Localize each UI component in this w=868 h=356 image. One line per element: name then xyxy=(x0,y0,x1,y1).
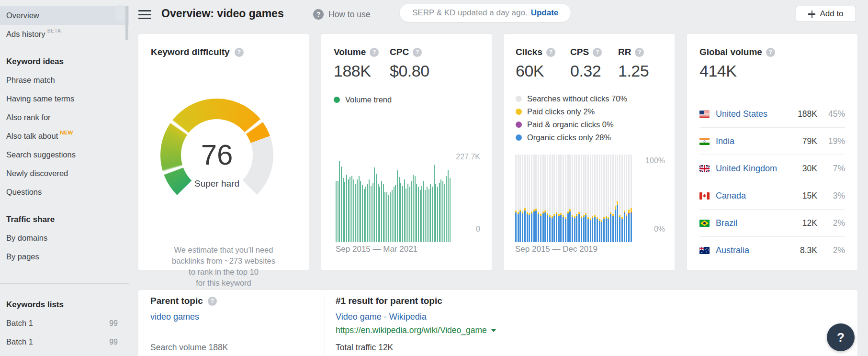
sidebar-item-traffic-share: Traffic share xyxy=(0,210,129,229)
clicks-segment-b xyxy=(606,218,607,242)
sidebar-item-questions[interactable]: Questions xyxy=(0,183,129,201)
update-button[interactable]: Update xyxy=(531,8,559,18)
volume-bar xyxy=(379,187,380,242)
url-dropdown-icon[interactable] xyxy=(491,329,496,332)
clicks-segment-b xyxy=(563,217,564,242)
help-tooltip-icon[interactable] xyxy=(635,48,644,57)
clicks-segment-b xyxy=(576,216,577,242)
help-tooltip-icon[interactable] xyxy=(235,48,244,57)
help-tooltip-icon[interactable] xyxy=(370,48,379,57)
sidebar-item-having-same-terms[interactable]: Having same terms xyxy=(0,89,129,108)
volume-bar xyxy=(439,183,440,242)
clicks-segment-b xyxy=(592,218,593,242)
clicks-bar xyxy=(519,155,521,242)
volume-bar xyxy=(369,179,370,242)
help-tooltip-icon[interactable] xyxy=(208,297,217,306)
sidebar-item-batch-1[interactable]: Batch 199 xyxy=(0,314,129,333)
clicks-bar xyxy=(597,155,598,242)
clicks-bar xyxy=(560,155,562,242)
sidebar-item-label: Keywords lists xyxy=(6,300,64,310)
help-button[interactable] xyxy=(827,323,855,351)
gauge-center: 76 Super hard xyxy=(160,99,273,211)
how-to-use[interactable]: How to use xyxy=(313,9,371,20)
parent-topic-keyword-link[interactable]: video games xyxy=(150,312,199,322)
clicks-segment-b xyxy=(619,217,620,242)
y-axis-max: 227.7K xyxy=(456,153,480,161)
sidebar-item-ads-history[interactable]: Ads historyBETA xyxy=(0,25,129,44)
sidebar-item-newly-discovered[interactable]: Newly discovered xyxy=(0,164,129,183)
clicks-bar xyxy=(556,155,557,242)
sidebar-item-phrase-match[interactable]: Phrase match xyxy=(0,71,129,89)
top-result-page-link[interactable]: Video game - Wikipedia xyxy=(336,312,427,322)
sidebar-scrollbar[interactable] xyxy=(125,6,128,40)
clicks-segment-b xyxy=(565,219,566,242)
add-to-button[interactable]: Add to xyxy=(796,6,856,22)
volume-bar xyxy=(430,184,431,242)
clicks-bar xyxy=(590,155,591,242)
clicks-bar xyxy=(535,155,537,242)
volume-bar xyxy=(339,161,340,242)
global-volume-title: Global volume xyxy=(699,47,775,57)
sidebar-item-also-rank-for[interactable]: Also rank for xyxy=(0,108,129,127)
clicks-bar xyxy=(538,155,539,242)
volume-trend-chart xyxy=(336,161,451,242)
clicks-bar xyxy=(549,155,551,242)
ca-flag-icon xyxy=(699,192,710,200)
page-title: Overview: video games xyxy=(161,7,284,20)
volume-bar xyxy=(411,181,412,242)
clicks-segment-b xyxy=(594,217,596,242)
sidebar-item-batch-1[interactable]: Batch 199 xyxy=(0,333,129,351)
clicks-bar xyxy=(529,155,530,242)
help-tooltip-icon[interactable] xyxy=(766,48,775,57)
country-share: 2% xyxy=(821,245,845,256)
clicks-bar xyxy=(606,155,607,242)
clicks-segment-b xyxy=(617,205,618,242)
clicks-segment-b xyxy=(615,210,616,242)
country-link[interactable]: Canada xyxy=(716,191,746,201)
sidebar-item-search-suggestions[interactable]: Search suggestions xyxy=(0,145,129,164)
difficulty-label: Super hard xyxy=(194,178,239,189)
help-tooltip-icon[interactable] xyxy=(413,48,422,57)
volume-bar xyxy=(378,184,379,242)
clicks-title: Clicks xyxy=(516,47,555,57)
country-link[interactable]: United Kingdom xyxy=(716,164,777,174)
clicks-bar xyxy=(524,155,526,242)
clicks-legend-row: Organic clicks only 28% xyxy=(516,133,611,142)
sidebar-item-also-talk-about[interactable]: Also talk aboutNEW xyxy=(0,127,129,145)
volume-bar xyxy=(388,195,389,242)
clicks-segment-b xyxy=(590,220,591,242)
volume-bar xyxy=(351,176,352,242)
sidebar-item-label: Questions xyxy=(6,188,42,197)
volume-bar xyxy=(392,190,393,242)
country-share: 2% xyxy=(821,218,845,228)
country-link[interactable]: India xyxy=(716,136,734,146)
country-row: Brazil12K2% xyxy=(699,210,845,237)
metric-label: Global volume xyxy=(699,47,762,57)
clicks-bar xyxy=(608,155,609,242)
clicks-segment-b xyxy=(610,214,611,242)
clicks-bar xyxy=(540,155,541,242)
sidebar-item-by-domains[interactable]: By domains xyxy=(0,229,129,247)
clicks-bar xyxy=(624,155,625,242)
country-link[interactable]: Brazil xyxy=(716,218,737,228)
top-result-url[interactable]: https://en.wikipedia.org/wiki/Video_game xyxy=(336,325,496,335)
metric-label: Clicks xyxy=(516,47,542,57)
volume-bar xyxy=(336,181,337,242)
volume-bar xyxy=(437,187,438,242)
menu-icon[interactable] xyxy=(138,10,151,19)
keyword-difficulty-title: Keyword difficulty xyxy=(151,47,244,57)
country-link[interactable]: Australia xyxy=(716,245,749,256)
country-link[interactable]: United States xyxy=(716,109,767,119)
clicks-bar xyxy=(547,155,548,242)
difficulty-description: We estimate that you’ll need backlinks f… xyxy=(138,245,309,289)
volume-bar xyxy=(357,179,358,242)
sidebar-item-label: Keyword ideas xyxy=(6,57,64,67)
volume-bar xyxy=(359,176,360,242)
sidebar-item-overview[interactable]: Overview xyxy=(0,6,129,25)
volume-bar xyxy=(395,185,396,242)
sidebar-item-by-pages[interactable]: By pages xyxy=(0,247,129,266)
help-tooltip-icon[interactable] xyxy=(593,48,602,57)
description-line: to rank in the top 10 xyxy=(138,267,309,278)
help-tooltip-icon[interactable] xyxy=(546,48,555,57)
clicks-bar xyxy=(576,155,577,242)
